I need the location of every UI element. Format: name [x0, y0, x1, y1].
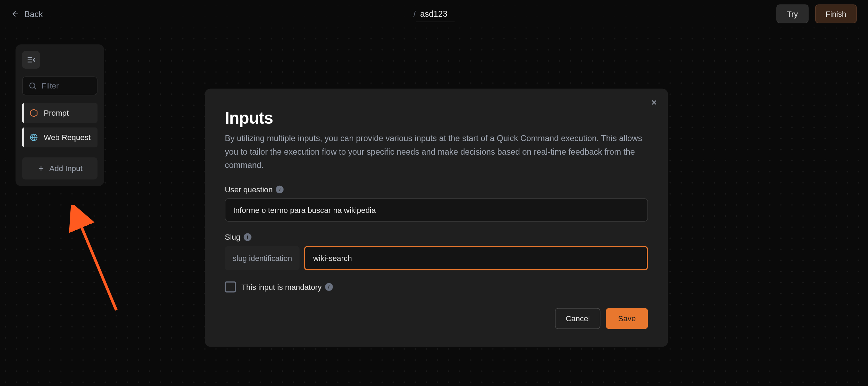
slug-row: slug identification	[225, 246, 648, 270]
filter-container	[22, 76, 98, 95]
info-icon[interactable]: i	[244, 233, 251, 241]
info-icon[interactable]: i	[325, 283, 333, 291]
sidebar-panel: Prompt Web Request Add Input	[16, 44, 104, 186]
breadcrumb-slash: /	[413, 9, 416, 18]
back-label: Back	[24, 9, 43, 18]
filter-input[interactable]	[41, 82, 91, 90]
user-question-input[interactable]	[225, 198, 648, 222]
globe-icon	[29, 133, 38, 142]
modal-description: By utilizing multiple inputs, you can pr…	[225, 132, 648, 171]
header-actions: Try Finish	[776, 5, 857, 23]
app-canvas: Back / Try Finish Prompt Web R	[0, 0, 868, 386]
slug-input[interactable]	[304, 246, 648, 270]
finish-button[interactable]: Finish	[815, 5, 857, 23]
back-button[interactable]: Back	[11, 9, 43, 18]
svg-line-2	[76, 215, 116, 310]
svg-point-0	[30, 83, 35, 88]
modal-title: Inputs	[225, 109, 648, 128]
modal-footer: Cancel Save	[225, 308, 648, 329]
sidebar-item-web-request[interactable]: Web Request	[22, 128, 98, 147]
slug-prefix-chip: slug identification	[225, 246, 300, 270]
mandatory-label: This input is mandatory i	[241, 283, 333, 291]
hexagon-icon	[29, 109, 38, 117]
list-collapse-icon	[26, 56, 35, 64]
add-input-button[interactable]: Add Input	[22, 157, 98, 180]
search-icon	[28, 82, 37, 90]
close-icon	[650, 99, 658, 106]
page-title-input[interactable]	[416, 6, 454, 22]
add-input-label: Add Input	[49, 164, 83, 173]
breadcrumb: /	[413, 6, 455, 22]
mandatory-row: This input is mandatory i	[225, 281, 648, 293]
modal-close-button[interactable]	[650, 99, 658, 106]
inputs-modal: Inputs By utilizing multiple inputs, you…	[205, 88, 668, 347]
info-icon[interactable]: i	[276, 186, 284, 193]
sidebar-item-prompt[interactable]: Prompt	[22, 103, 98, 123]
annotation-arrow-icon	[61, 205, 127, 316]
sidebar-item-label: Prompt	[44, 109, 69, 117]
arrow-left-icon	[11, 9, 20, 18]
save-button[interactable]: Save	[606, 308, 648, 329]
cancel-button[interactable]: Cancel	[555, 308, 600, 329]
try-button[interactable]: Try	[776, 5, 808, 23]
sidebar-item-label: Web Request	[44, 133, 91, 142]
user-question-label: User question i	[225, 185, 648, 194]
header-bar: Back / Try Finish	[0, 0, 868, 28]
mandatory-checkbox[interactable]	[225, 281, 236, 293]
slug-label: Slug i	[225, 233, 648, 241]
plus-icon	[37, 164, 45, 172]
sidebar-collapse-button[interactable]	[22, 51, 40, 69]
